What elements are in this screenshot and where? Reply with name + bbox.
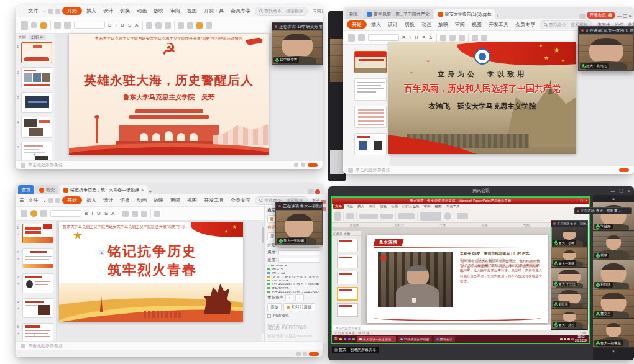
zoom-level[interactable]: 70% (580, 331, 586, 335)
tab-design[interactable]: 设计 (101, 197, 116, 204)
align-center-icon[interactable] (449, 35, 456, 41)
tab-docer[interactable]: 稻壳 (35, 185, 58, 194)
ribbon-tab[interactable]: 插入 (356, 204, 366, 209)
ai-tools-icon[interactable] (196, 22, 203, 29)
tab-slideshow[interactable]: 放映 (151, 7, 166, 14)
slide-thumbnail[interactable] (354, 106, 387, 128)
ribbon-tab[interactable]: 开发工具 (444, 204, 462, 209)
participant-video[interactable]: 鲁大-于士洁 (551, 268, 587, 288)
start-button[interactable]: ⊞ (334, 337, 338, 342)
slide-thumbnail[interactable] (22, 273, 53, 293)
slide-canvas[interactable]: 鱼水深情 李彩亭 83岁 莱州市程郭镇后王门村 村民 “那时候有伤病员在我们家里… (367, 235, 548, 323)
shape-icon[interactable] (187, 22, 193, 29)
arrange-icon[interactable] (444, 212, 451, 220)
tab-list-icon[interactable] (579, 14, 586, 19)
align-center-icon[interactable] (155, 22, 162, 29)
pinned-app-icon[interactable] (352, 338, 355, 340)
ribbon-tab[interactable]: 设计 (367, 204, 377, 209)
close-button[interactable]: × (628, 13, 632, 19)
ribbon-tab[interactable]: 幻灯片放映 (400, 204, 421, 209)
minimize-button[interactable]: — (610, 189, 615, 193)
tab-animation[interactable]: 动画 (134, 7, 149, 14)
slide-thumbnail[interactable] (22, 224, 53, 243)
view-normal-icon[interactable] (294, 163, 298, 167)
tray-icon[interactable] (564, 338, 566, 340)
shape-icon[interactable] (481, 35, 487, 41)
slide-canvas[interactable]: 鲁东大学马克思主义学院与延安大学马克思主义学院联合开展“四史”学习… ★ ★ ★… (59, 222, 243, 322)
tab-transition[interactable]: 切换 (117, 197, 132, 204)
tab-list-icon[interactable] (308, 189, 314, 194)
layout-icon[interactable] (64, 22, 71, 29)
animation-list-item[interactable]: PA-102210: 日期：2021-02-24 (267, 291, 320, 293)
play-slideshow-icon[interactable] (30, 210, 37, 217)
slide-thumbnail[interactable] (337, 271, 358, 284)
play-button[interactable]: 播放 (267, 303, 282, 311)
align-left-icon[interactable] (146, 22, 152, 29)
tab-home[interactable]: 稻壳 (346, 9, 362, 19)
slide-thumbnail[interactable] (22, 298, 53, 318)
slide-thumbnail[interactable] (354, 51, 387, 73)
animation-list-item[interactable]: 1图片 4 (267, 265, 320, 266)
slide-thumbnail[interactable] (354, 78, 387, 101)
participant-video[interactable]: 董文兰 (593, 289, 634, 319)
new-slide-icon[interactable] (346, 213, 354, 219)
font-style-buttons[interactable]: B I U S A (85, 211, 116, 216)
animation-list-item[interactable]: PA-10228 (267, 280, 320, 281)
menu-file[interactable]: 文件 (25, 197, 40, 204)
minimize-button[interactable]: — (617, 13, 622, 19)
webcam-overlay-window[interactable]: 正在讲话: 延大—衣鸿飞 腾… 延大—衣鸿飞 (578, 26, 634, 71)
tab-animation[interactable]: 动画 (134, 197, 149, 204)
new-tab-button[interactable]: + (496, 13, 499, 19)
avatar[interactable] (315, 189, 320, 194)
add-slide-button[interactable]: + (33, 332, 36, 339)
participant-video[interactable]: 鲁大—初琳慧 (593, 319, 634, 348)
tab-design[interactable]: 设计 (385, 21, 400, 28)
new-slide-icon[interactable] (40, 210, 47, 217)
ribbon-tab[interactable]: 开始 (344, 204, 355, 209)
add-slide-button[interactable]: + (33, 152, 36, 158)
tab-start[interactable]: 开始 (347, 20, 367, 29)
slide-thumbnail-selected[interactable] (337, 287, 358, 301)
slide-thumbnail[interactable] (337, 255, 358, 268)
ribbon-tab[interactable]: 切换 (378, 204, 388, 209)
view-normal-icon[interactable] (296, 352, 301, 356)
slides-tab[interactable]: 幻灯片 (333, 232, 342, 235)
tab-start[interactable]: 开始 (62, 7, 82, 15)
animation-list-item[interactable]: PA-10229 (267, 287, 320, 289)
slide-thumbnail[interactable] (22, 248, 53, 268)
animation-order-badge[interactable]: 1 (99, 250, 104, 255)
align-center-icon[interactable] (132, 211, 138, 217)
slideshow-button[interactable]: 幻灯片播放 (283, 303, 315, 311)
font-size-box[interactable] (74, 22, 105, 29)
new-slide-icon[interactable] (54, 22, 61, 29)
zoom-slider[interactable] (308, 163, 318, 167)
tab-devtools[interactable]: 开发工具 (486, 21, 511, 28)
tray-icon[interactable] (560, 338, 563, 340)
tab-view[interactable]: 视图 (185, 7, 200, 14)
animation-list-item[interactable]: 矩形 7: 铭记抗争历史 筑牢烈火青春 (267, 276, 320, 278)
animation-list-item[interactable]: 图片 12 (267, 272, 320, 274)
tab-member[interactable]: 会员专享 (513, 21, 538, 28)
slide-thumbnail[interactable] (21, 142, 52, 163)
participant-video[interactable]: 刘欣悦 (551, 288, 587, 309)
move-up-button[interactable]: ↑ (285, 294, 293, 301)
tab-insert[interactable]: 插入 (84, 197, 99, 204)
slide-thumbnail[interactable] (337, 239, 358, 252)
tab-slideshow[interactable]: 放映 (436, 21, 451, 28)
webcam-overlay-window[interactable]: 正在讲话: 19中研吴芳 鲁… 19中研吴芳 (272, 22, 323, 65)
slide-canvas[interactable]: 鲁东大学马克思主义学院与延安大学马克思主义学院联合开展“四史”学习交流活动报告 … (69, 34, 269, 155)
paste-icon[interactable] (334, 212, 341, 221)
tab-animation[interactable]: 动画 (419, 21, 434, 28)
font-style-buttons[interactable]: B I U S A (108, 22, 139, 28)
undo-icon[interactable] (48, 9, 53, 14)
ribbon-tab[interactable]: 动画 (389, 204, 400, 209)
auto-preview-checkbox[interactable] (267, 314, 271, 318)
slide-thumbnail[interactable] (337, 303, 358, 317)
slide-thumbnail[interactable] (21, 92, 52, 113)
editing-icons[interactable] (457, 213, 468, 219)
list-icon[interactable] (165, 22, 171, 29)
participant-video[interactable]: 朱益婷 (593, 202, 634, 231)
tab-insert[interactable]: 插入 (369, 21, 384, 28)
participant-video[interactable]: 哲慧 (593, 231, 634, 260)
scroll-down-arrow[interactable]: ▼ (593, 348, 634, 355)
